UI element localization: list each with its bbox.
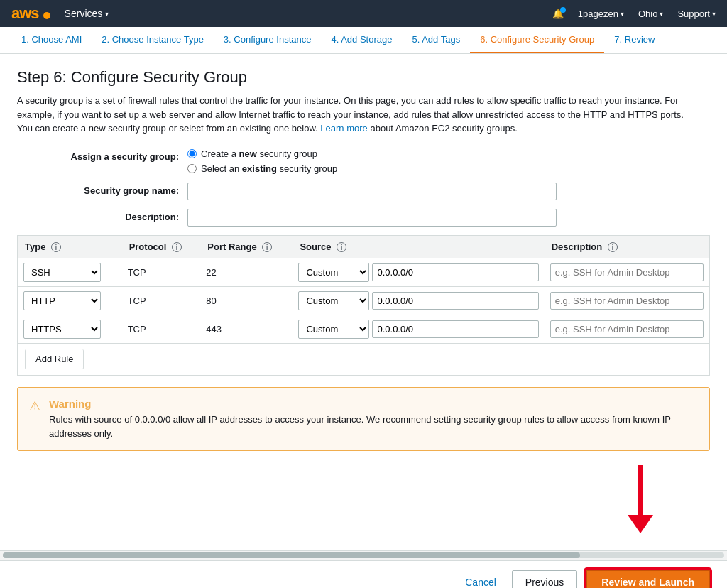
source-value-input-1[interactable]: [372, 292, 538, 310]
footer-bar: Cancel Previous Review and Launch: [0, 560, 727, 588]
main-content: Step 6: Configure Security Group A secur…: [0, 54, 727, 550]
user-menu[interactable]: 1pagezen ▾: [578, 9, 624, 19]
add-rule-section: Add Rule: [17, 344, 710, 376]
support-chevron: ▾: [712, 10, 716, 18]
port-cell-2: 443: [200, 315, 293, 344]
radio-new-sg[interactable]: [187, 149, 197, 158]
top-navigation: aws Services ▾ 🔔 1pagezen ▾ Ohio ▾ Suppo…: [0, 0, 727, 27]
source-type-select-0[interactable]: Custom AnywhereMy IPCustom: [298, 263, 369, 282]
warning-content: Warning Rules with source of 0.0.0.0/0 a…: [49, 398, 698, 440]
table-row: HTTPS SSHHTTPHTTPSCustom TCP TCP 443 Cus…: [18, 315, 709, 344]
radio-existing-sg-row: Select an existing security group: [187, 163, 337, 174]
page-title: Step 6: Configure Security Group: [17, 68, 710, 87]
radio-existing-sg-label: Select an existing security group: [201, 163, 337, 174]
type-select-2[interactable]: HTTPS SSHHTTPHTTPSCustom TCP: [23, 320, 101, 339]
warning-title: Warning: [49, 398, 698, 410]
red-arrow: [628, 465, 653, 533]
radio-existing-sg[interactable]: [187, 164, 197, 173]
warning-text: Rules with source of 0.0.0.0/0 allow all…: [49, 413, 698, 440]
protocol-info-icon: i: [172, 242, 182, 252]
tab-configure-instance[interactable]: 3. Configure Instance: [214, 27, 322, 53]
port-info-icon: i: [262, 242, 272, 252]
region-menu[interactable]: Ohio ▾: [638, 9, 663, 19]
assign-sg-label: Assign a security group:: [60, 148, 187, 162]
desc-info-icon: i: [608, 242, 618, 252]
scroll-track: [3, 552, 724, 558]
tab-add-tags[interactable]: 5. Add Tags: [402, 27, 470, 53]
source-type-select-2[interactable]: Custom AnywhereMy IPCustom: [298, 320, 369, 339]
tab-security-group[interactable]: 6. Configure Security Group: [470, 27, 604, 53]
sg-desc-input[interactable]: This security group was generated by AWS…: [187, 209, 557, 227]
review-launch-button[interactable]: Review and Launch: [586, 570, 710, 588]
rules-table: Type i Protocol i Port Range i Source i …: [18, 236, 709, 344]
desc-input-2[interactable]: [550, 320, 704, 338]
source-info-icon: i: [337, 242, 346, 252]
learn-more-link[interactable]: Learn more: [320, 123, 367, 134]
col-type: Type i: [18, 236, 122, 258]
aws-logo-dot: [43, 12, 50, 19]
col-source: Source i: [293, 236, 544, 258]
user-chevron: ▾: [621, 10, 624, 18]
protocol-cell-2: TCP: [122, 315, 201, 344]
arrow-line: [638, 465, 643, 515]
sg-name-input[interactable]: WordPress Certified by Bitnami and Autom…: [187, 183, 557, 200]
type-select-1[interactable]: HTTP SSHHTTPHTTPSCustom TCP: [23, 291, 101, 310]
port-cell-0: 22: [200, 258, 293, 287]
assign-sg-controls: Create a new security group Select an ex…: [187, 148, 337, 174]
arrow-head: [628, 515, 653, 533]
col-port-range: Port Range i: [200, 236, 293, 258]
tab-ami[interactable]: 1. Choose AMI: [11, 27, 92, 53]
region-chevron: ▾: [660, 10, 663, 18]
source-type-select-1[interactable]: Custom AnywhereMy IPCustom: [298, 291, 369, 310]
protocol-cell-0: TCP: [122, 258, 201, 287]
radio-new-sg-label: Create a new security group: [201, 148, 317, 159]
scroll-bar[interactable]: [0, 550, 727, 560]
services-menu[interactable]: Services ▾: [65, 8, 109, 19]
sg-desc-label: Description:: [60, 209, 187, 222]
wizard-tabs: 1. Choose AMI 2. Choose Instance Type 3.…: [0, 27, 727, 54]
cancel-button[interactable]: Cancel: [458, 572, 503, 588]
port-cell-1: 80: [200, 287, 293, 315]
sg-name-row: Security group name: WordPress Certified…: [17, 183, 710, 200]
page-description: A security group is a set of firewall ru…: [17, 94, 699, 136]
tab-instance-type[interactable]: 2. Choose Instance Type: [92, 27, 214, 53]
rules-table-wrapper: Type i Protocol i Port Range i Source i …: [17, 235, 710, 344]
col-protocol: Protocol i: [122, 236, 201, 258]
type-select-0[interactable]: SSH SSHHTTPHTTPSCustom TCP: [23, 263, 101, 282]
tab-add-storage[interactable]: 4. Add Storage: [321, 27, 402, 53]
assign-sg-row: Assign a security group: Create a new se…: [17, 148, 710, 174]
radio-new-sg-row: Create a new security group: [187, 148, 337, 159]
sg-name-label: Security group name:: [60, 183, 187, 196]
services-chevron: ▾: [105, 10, 109, 18]
table-row: SSH SSHHTTPHTTPSCustom TCP TCP 22 Custom…: [18, 258, 709, 287]
protocol-cell-1: TCP: [122, 287, 201, 315]
previous-button[interactable]: Previous: [512, 570, 577, 588]
col-description: Description i: [545, 236, 709, 258]
warning-box: ⚠ Warning Rules with source of 0.0.0.0/0…: [17, 387, 710, 451]
aws-logo: aws: [11, 4, 50, 23]
support-menu[interactable]: Support ▾: [677, 9, 716, 19]
add-rule-button[interactable]: Add Rule: [25, 349, 84, 369]
desc-input-0[interactable]: [550, 263, 704, 281]
warning-icon: ⚠: [29, 398, 40, 440]
sg-desc-row: Description: This security group was gen…: [17, 209, 710, 227]
source-value-input-0[interactable]: [372, 263, 538, 281]
scroll-thumb: [3, 552, 580, 558]
notification-bell[interactable]: 🔔: [552, 9, 564, 19]
nav-right: 🔔 1pagezen ▾ Ohio ▾ Support ▾: [552, 9, 716, 19]
notification-dot: [560, 7, 566, 13]
source-value-input-2[interactable]: [372, 320, 538, 338]
table-row: HTTP SSHHTTPHTTPSCustom TCP TCP 80 Custo…: [18, 287, 709, 315]
arrow-area: [17, 451, 710, 536]
type-info-icon: i: [51, 242, 61, 252]
desc-input-1[interactable]: [550, 292, 704, 310]
tab-review[interactable]: 7. Review: [604, 27, 665, 53]
